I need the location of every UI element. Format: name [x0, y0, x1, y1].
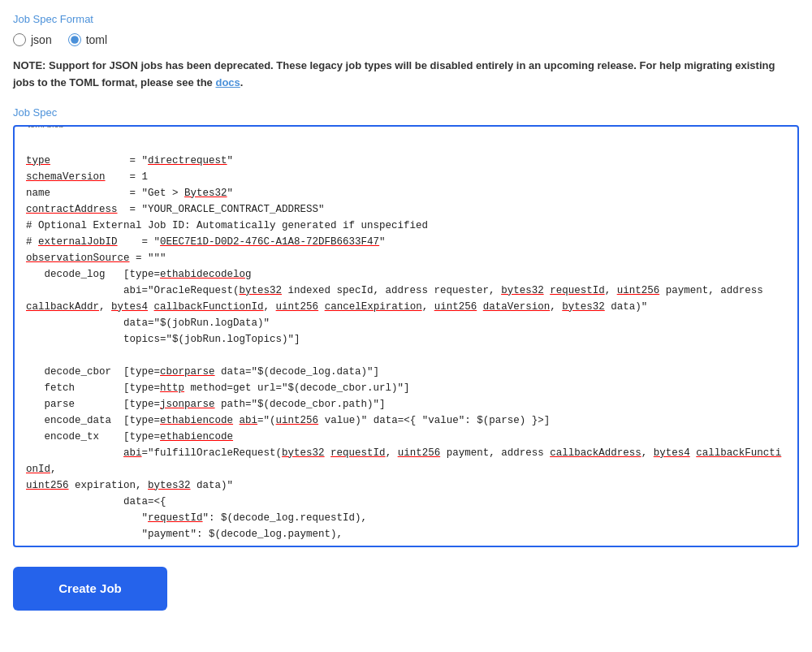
format-section: Job Spec Format json toml NOTE: Support …: [13, 13, 799, 92]
json-radio-option[interactable]: json: [13, 33, 52, 46]
format-section-label: Job Spec Format: [13, 13, 799, 25]
job-spec-label: Job Spec: [13, 106, 799, 119]
toml-radio-option[interactable]: toml: [68, 33, 107, 46]
toml-content-area[interactable]: type = "directrequest" schemaVersion = 1…: [15, 127, 797, 546]
json-radio-label: json: [31, 33, 52, 46]
toml-radio-label: toml: [86, 33, 107, 46]
deprecation-notice: NOTE: Support for JSON jobs has been dep…: [13, 58, 799, 92]
toml-editor-container: toml blob type = "directrequest" schemaV…: [13, 125, 799, 547]
format-radio-group: json toml: [13, 33, 799, 46]
toml-radio[interactable]: [68, 33, 81, 46]
toml-legend: toml blob: [24, 125, 67, 129]
docs-link[interactable]: docs: [215, 76, 240, 89]
job-spec-section: Job Spec toml blob type = "directrequest…: [13, 106, 799, 547]
json-radio[interactable]: [13, 33, 26, 46]
create-job-button[interactable]: Create Job: [13, 567, 167, 611]
